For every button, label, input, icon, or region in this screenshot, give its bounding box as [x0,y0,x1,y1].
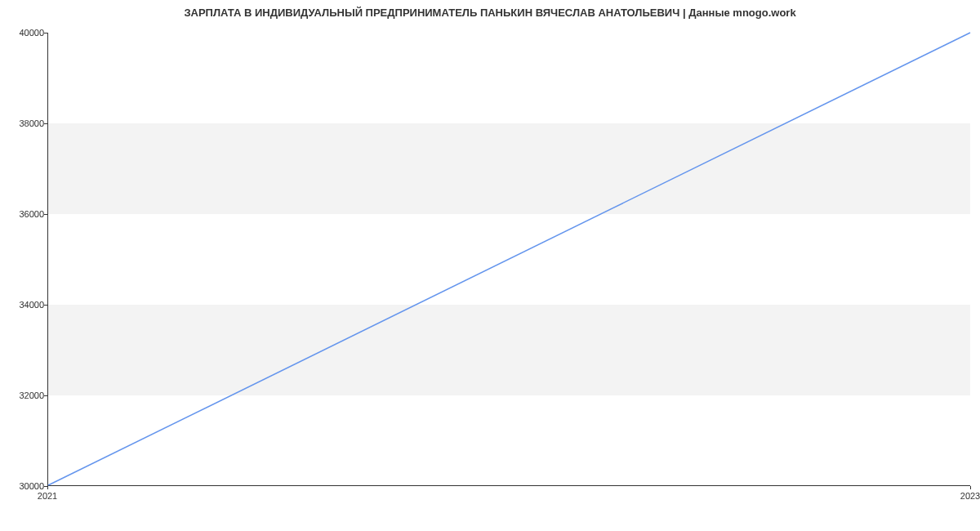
chart-title: ЗАРПЛАТА В ИНДИВИДУАЛЬНЫЙ ПРЕДПРИНИМАТЕЛ… [0,7,980,19]
y-tick-mark [44,214,47,215]
plot-area [47,33,970,486]
y-tick-label: 30000 [15,481,44,491]
y-tick-mark [44,33,47,33]
y-tick-mark [44,395,47,396]
chart-container: ЗАРПЛАТА В ИНДИВИДУАЛЬНЫЙ ПРЕДПРИНИМАТЕЛ… [0,0,980,531]
y-tick-label: 40000 [15,28,44,38]
y-tick-label: 36000 [15,209,44,219]
x-tick-label: 2021 [38,491,57,501]
x-tick-label: 2023 [960,491,980,501]
x-tick-mark [970,486,971,489]
y-tick-mark [44,123,47,124]
y-tick-label: 32000 [15,390,44,400]
y-tick-label: 38000 [15,118,44,128]
y-tick-mark [44,305,47,306]
line-series [48,33,970,485]
x-tick-mark [47,486,48,489]
y-tick-label: 34000 [15,300,44,310]
